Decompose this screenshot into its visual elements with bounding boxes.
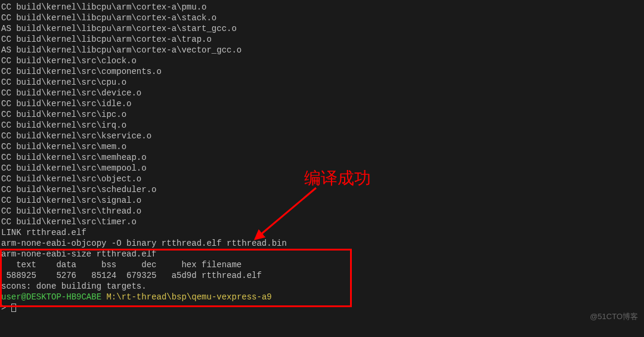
prompt-line: user@DESKTOP-HB9CABE M:\rt-thread\bsp\qe… [0, 292, 644, 302]
prompt-user: user [1, 292, 21, 302]
terminal-line: LINK rtthread.elf [0, 227, 644, 238]
terminal-line: CC build\kernel\src\ipc.o [0, 109, 644, 120]
terminal-line: CC build\kernel\src\mem.o [0, 141, 644, 152]
watermark: @51CTO博客 [590, 311, 638, 322]
prompt-input-line[interactable]: > [0, 302, 644, 313]
terminal-line: CC build\kernel\src\timer.o [0, 217, 644, 227]
terminal-line: CC build\kernel\src\kservice.o [0, 131, 644, 141]
terminal-line: 588925 5276 85124 679325 a5d9d rtthread.… [0, 270, 644, 281]
prompt-symbol: > [1, 303, 11, 313]
terminal-line: text data bss dec hex filename [0, 259, 644, 270]
terminal-line: arm-none-eabi-size rtthread.elf [0, 249, 644, 259]
terminal-line: arm-none-eabi-objcopy -O binary rtthread… [0, 238, 644, 249]
terminal-line: CC build\kernel\src\irq.o [0, 120, 644, 131]
cursor [11, 304, 16, 312]
terminal-line: CC build\kernel\src\memheap.o [0, 152, 644, 163]
terminal-line: CC build\kernel\src\cpu.o [0, 77, 644, 88]
terminal-line: CC build\kernel\src\device.o [0, 88, 644, 98]
terminal-line: CC build\kernel\libcpu\arm\cortex-a\trap… [0, 34, 644, 45]
prompt-path: \rt-thread\bsp\qemu-vexpress-a9 [116, 292, 271, 302]
terminal-line: CC build\kernel\src\signal.o [0, 195, 644, 206]
terminal-line: CC build\kernel\libcpu\arm\cortex-a\pmu.… [0, 2, 644, 13]
terminal-line: CC build\kernel\libcpu\arm\cortex-a\stac… [0, 13, 644, 23]
terminal-output[interactable]: CC build\kernel\libcpu\arm\cortex-a\pmu.… [0, 2, 644, 313]
terminal-line: CC build\kernel\src\components.o [0, 66, 644, 77]
terminal-line: AS build\kernel\libcpu\arm\cortex-a\vect… [0, 45, 644, 55]
terminal-line: CC build\kernel\src\thread.o [0, 206, 644, 217]
terminal-line: scons: done building targets. [0, 281, 644, 292]
annotation-label: 编译成功 [304, 167, 371, 190]
terminal-line: CC build\kernel\src\idle.o [0, 98, 644, 109]
prompt-host: DESKTOP-HB9CABE [26, 292, 101, 302]
terminal-line: CC build\kernel\src\clock.o [0, 55, 644, 66]
terminal-line: AS build\kernel\libcpu\arm\cortex-a\star… [0, 23, 644, 34]
prompt-drive: M: [106, 292, 116, 302]
